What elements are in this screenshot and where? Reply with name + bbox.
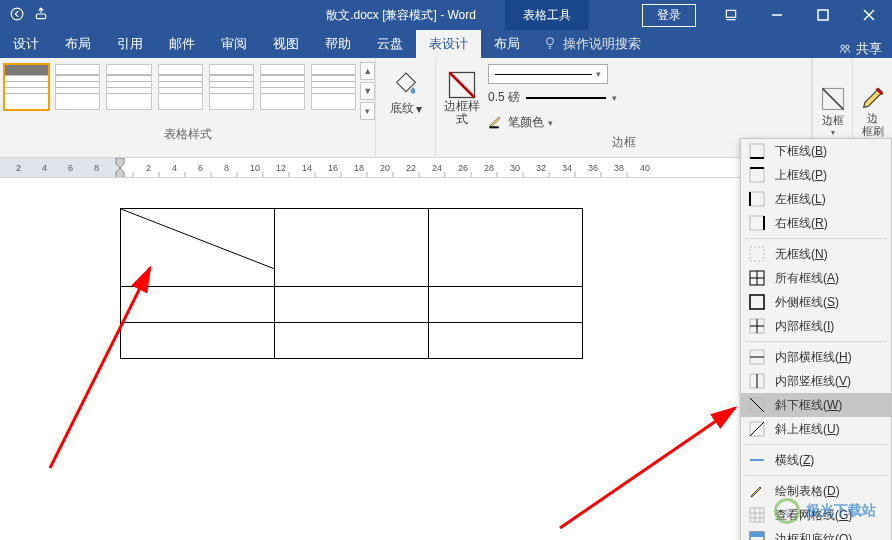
- document-title: 散文.docx [兼容模式] - Word: [326, 7, 476, 24]
- tab-mailings[interactable]: 邮件: [156, 30, 208, 58]
- tab-cloud[interactable]: 云盘: [364, 30, 416, 58]
- borders-icon: [819, 85, 847, 113]
- share-button[interactable]: 共享: [838, 40, 882, 58]
- table-style-thumb[interactable]: [55, 64, 100, 110]
- maximize-icon[interactable]: [800, 0, 846, 30]
- borders-dropdown-menu: 下框线(B) 上框线(P) 左框线(L) 右框线(R) 无框线(N) 所有框线(…: [740, 138, 892, 540]
- left-border-icon: [749, 191, 765, 207]
- hline-icon: [749, 452, 765, 468]
- gallery-more-icon[interactable]: ▾: [360, 102, 375, 120]
- svg-text:36: 36: [588, 163, 598, 173]
- table-style-thumb[interactable]: [4, 64, 49, 110]
- table-style-thumb[interactable]: [158, 64, 203, 110]
- shading-icon[interactable]: [392, 66, 420, 94]
- svg-text:20: 20: [380, 163, 390, 173]
- share-icon: [838, 41, 852, 58]
- gallery-down-icon[interactable]: ▼: [360, 82, 375, 100]
- pen-icon: [488, 113, 504, 132]
- table-styles-gallery[interactable]: [0, 58, 360, 124]
- border-style-icon: [447, 70, 477, 100]
- gallery-scroll: ▲ ▼ ▾: [360, 58, 375, 124]
- menu-right-border[interactable]: 右框线(R): [741, 211, 891, 235]
- svg-line-81: [750, 422, 764, 436]
- no-border-icon: [749, 246, 765, 262]
- minimize-icon[interactable]: [754, 0, 800, 30]
- word-table[interactable]: [120, 208, 583, 359]
- line-style-dropdown[interactable]: ▾: [488, 64, 608, 84]
- svg-rect-60: [750, 168, 764, 182]
- tell-me[interactable]: 操作说明搜索: [533, 30, 651, 58]
- svg-text:4: 4: [172, 163, 177, 173]
- menu-inside-borders[interactable]: 内部框线(I): [741, 314, 891, 338]
- menu-view-gridlines[interactable]: 查看网格线(G): [741, 503, 891, 527]
- svg-text:2: 2: [146, 163, 151, 173]
- touch-mode-icon[interactable]: [34, 7, 48, 24]
- nav-back-icon[interactable]: [10, 7, 24, 24]
- chevron-down-icon[interactable]: ▾: [612, 93, 617, 103]
- menu-outside-borders[interactable]: 外侧框线(S): [741, 290, 891, 314]
- svg-text:24: 24: [432, 163, 442, 173]
- contextual-tab-label: 表格工具: [505, 0, 589, 30]
- chevron-down-icon: ▾: [416, 102, 422, 116]
- menu-top-border[interactable]: 上框线(P): [741, 163, 891, 187]
- pen-color-label[interactable]: 笔颜色: [508, 114, 544, 131]
- svg-line-79: [750, 398, 764, 412]
- all-borders-icon: [749, 270, 765, 286]
- inside-border-icon: [749, 318, 765, 334]
- svg-text:8: 8: [224, 163, 229, 173]
- ribbon-options-icon[interactable]: [708, 0, 754, 30]
- menu-borders-dialog[interactable]: 边框和底纹(O)...: [741, 527, 891, 540]
- diag-down-icon: [749, 397, 765, 413]
- svg-rect-1: [36, 14, 45, 19]
- table-style-thumb[interactable]: [311, 64, 356, 110]
- menu-diagonal-down[interactable]: 斜下框线(W): [741, 393, 891, 417]
- menu-bottom-border[interactable]: 下框线(B): [741, 139, 891, 163]
- tab-references[interactable]: 引用: [104, 30, 156, 58]
- svg-text:32: 32: [536, 163, 546, 173]
- bottom-border-icon: [749, 143, 765, 159]
- table-style-thumb[interactable]: [260, 64, 305, 110]
- svg-rect-66: [750, 247, 764, 261]
- chevron-down-icon[interactable]: ▾: [548, 118, 553, 128]
- close-icon[interactable]: [846, 0, 892, 30]
- menu-draw-table[interactable]: 绘制表格(D): [741, 479, 891, 503]
- svg-rect-2: [726, 10, 735, 17]
- svg-text:14: 14: [302, 163, 312, 173]
- outside-border-icon: [749, 294, 765, 310]
- menu-inside-horizontal[interactable]: 内部横框线(H): [741, 345, 891, 369]
- svg-point-6: [846, 45, 850, 49]
- svg-text:12: 12: [276, 163, 286, 173]
- menu-left-border[interactable]: 左框线(L): [741, 187, 891, 211]
- svg-text:6: 6: [68, 163, 73, 173]
- table-style-thumb[interactable]: [209, 64, 254, 110]
- tab-help[interactable]: 帮助: [312, 30, 364, 58]
- svg-text:4: 4: [42, 163, 47, 173]
- gallery-up-icon[interactable]: ▲: [360, 62, 375, 80]
- menu-no-border[interactable]: 无框线(N): [741, 242, 891, 266]
- line-weight-label: 0.5 磅: [488, 89, 520, 106]
- borders-button-label: 边框: [822, 113, 844, 128]
- table-style-thumb[interactable]: [106, 64, 151, 110]
- svg-text:28: 28: [484, 163, 494, 173]
- tab-table-layout[interactable]: 布局: [481, 30, 533, 58]
- svg-rect-64: [750, 216, 764, 230]
- login-button[interactable]: 登录: [642, 4, 696, 27]
- menu-diagonal-up[interactable]: 斜上框线(U): [741, 417, 891, 441]
- tab-design[interactable]: 设计: [0, 30, 52, 58]
- menu-all-borders[interactable]: 所有框线(A): [741, 266, 891, 290]
- tab-view[interactable]: 视图: [260, 30, 312, 58]
- inside-v-border-icon: [749, 373, 765, 389]
- page: [0, 178, 740, 540]
- border-style-button[interactable]: 边框样 式: [444, 70, 480, 126]
- svg-rect-8: [489, 126, 498, 128]
- svg-rect-89: [750, 532, 764, 537]
- tab-review[interactable]: 审阅: [208, 30, 260, 58]
- menu-horizontal-line[interactable]: 横线(Z): [741, 448, 891, 472]
- shading-label[interactable]: 底纹▾: [390, 100, 422, 117]
- border-painter-icon: [859, 84, 887, 112]
- menu-inside-vertical[interactable]: 内部竖框线(V): [741, 369, 891, 393]
- tab-layout[interactable]: 布局: [52, 30, 104, 58]
- svg-text:38: 38: [614, 163, 624, 173]
- svg-text:10: 10: [250, 163, 260, 173]
- tab-table-design[interactable]: 表设计: [416, 30, 481, 58]
